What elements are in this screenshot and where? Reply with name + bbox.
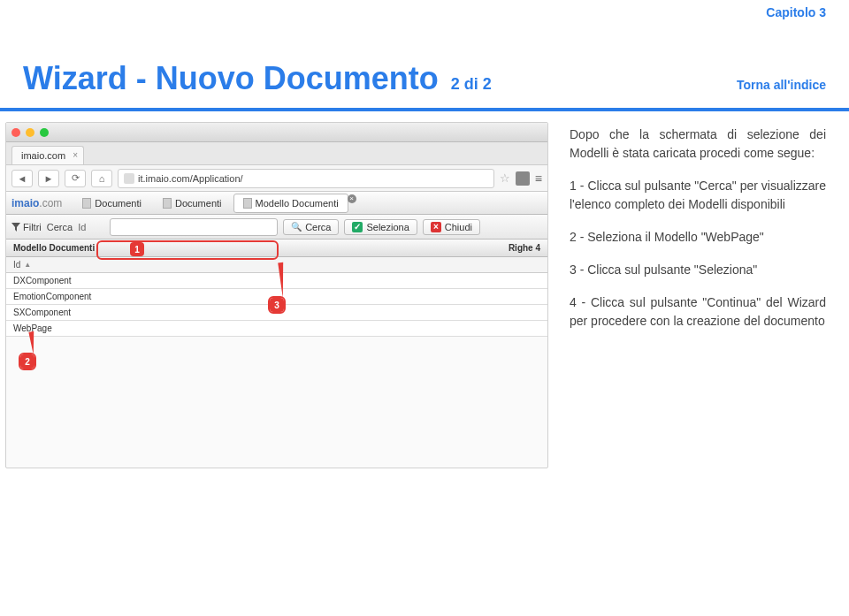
title-bar: Wizard - Nuovo Documento 2 di 2 Torna al…: [0, 60, 849, 111]
page-title: Wizard - Nuovo Documento: [23, 60, 439, 97]
grid-header: Modello Documenti Righe 4: [6, 240, 547, 257]
back-button[interactable]: ◄: [11, 170, 33, 187]
app-logo: imaio.com: [11, 197, 71, 209]
instruction-step-2: 2 - Seleziona il Modello "WebPage": [570, 228, 826, 247]
instruction-step-1: 1 - Clicca sul pulsante "Cerca" per visu…: [570, 177, 826, 214]
page-subtitle: 2 di 2: [451, 75, 492, 94]
browser-tab-strip: imaio.com ×: [6, 142, 547, 165]
page-icon: [124, 173, 134, 184]
search-button[interactable]: 🔍 Cerca: [283, 219, 339, 235]
funnel-icon: [11, 223, 20, 232]
app-tab-modello[interactable]: Modello Documenti ×: [233, 194, 348, 213]
instruction-step-3: 3 - Clicca sul pulsante "Seleziona": [570, 261, 826, 279]
document-icon: [163, 198, 172, 209]
home-button[interactable]: ⌂: [91, 170, 112, 187]
browser-tab-title: imaio.com: [21, 150, 65, 161]
callout-badge-1: 1: [130, 242, 144, 256]
search-field-label: Cerca: [47, 222, 73, 232]
search-input[interactable]: [110, 218, 278, 236]
url-text: it.imaio.com/Application/: [138, 173, 243, 184]
menu-icon[interactable]: ≡: [535, 171, 542, 186]
window-titlebar: [6, 123, 547, 142]
grid-title: Modello Documenti: [13, 243, 95, 253]
instruction-intro: Dopo che la schermata di selezione dei M…: [570, 125, 826, 163]
row-count-label: Righe 4: [509, 243, 540, 253]
app-tab-documenti-2[interactable]: Documenti: [153, 194, 232, 213]
extension-icon[interactable]: [516, 171, 530, 186]
callout-badge-2: 2: [20, 354, 34, 369]
description-panel: Dopo che la schermata di selezione dei M…: [570, 125, 826, 345]
search-field-name: Id: [78, 222, 104, 232]
toolbar: Filtri Cerca Id 🔍 Cerca ✓ Seleziona × Ch…: [6, 215, 547, 240]
document-icon: [243, 198, 252, 209]
column-header[interactable]: Id ▲: [6, 257, 547, 273]
reload-button[interactable]: ⟳: [65, 170, 86, 187]
search-icon: 🔍: [291, 222, 302, 232]
list-item[interactable]: WebPage: [6, 321, 547, 337]
minimize-icon: [26, 128, 34, 137]
chapter-label: Capitolo 3: [766, 5, 826, 19]
browser-nav-bar: ◄ ► ⟳ ⌂ it.imaio.com/Application/ ☆ ≡: [6, 165, 547, 192]
close-button[interactable]: × Chiudi: [423, 219, 480, 235]
sort-asc-icon: ▲: [24, 261, 31, 269]
check-icon: ✓: [352, 222, 363, 232]
document-icon: [82, 198, 91, 209]
embedded-screenshot: imaio.com × ◄ ► ⟳ ⌂ it.imaio.com/Applica…: [5, 122, 548, 468]
forward-button[interactable]: ►: [38, 170, 59, 187]
instruction-step-4: 4 - Clicca sul pulsante "Continua" del W…: [570, 293, 826, 331]
list-item[interactable]: DXComponent: [6, 273, 547, 289]
tab-close-icon[interactable]: ×: [73, 150, 78, 160]
tab-close-icon[interactable]: ×: [348, 194, 356, 203]
callout-badge-3: 3: [270, 298, 284, 312]
filter-label: Filtri: [11, 222, 42, 232]
url-bar[interactable]: it.imaio.com/Application/: [118, 169, 494, 188]
browser-tab[interactable]: imaio.com ×: [11, 146, 84, 164]
bookmark-icon[interactable]: ☆: [500, 171, 510, 185]
close-icon: ×: [431, 222, 441, 232]
close-icon: [11, 128, 20, 137]
app-tab-strip: imaio.com Documenti Documenti Modello Do…: [6, 192, 547, 215]
select-button[interactable]: ✓ Seleziona: [344, 219, 417, 235]
maximize-icon: [40, 128, 49, 137]
app-tab-documenti[interactable]: Documenti: [73, 194, 151, 213]
back-to-index-link[interactable]: Torna all'indice: [737, 78, 826, 92]
